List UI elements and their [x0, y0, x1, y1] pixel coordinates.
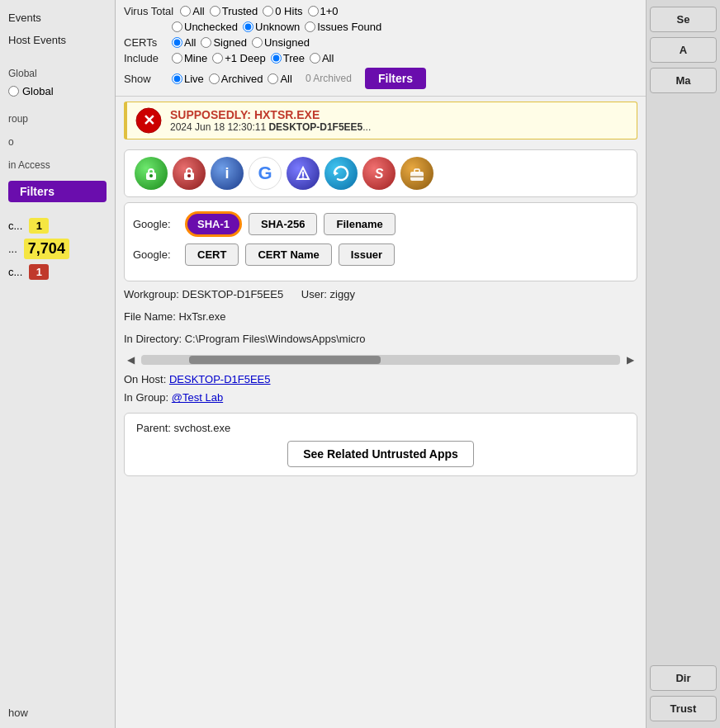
sidebar-count-row-1: c... 1: [0, 215, 115, 236]
sidebar: Events Host Events Global Global roup o …: [0, 0, 116, 728]
sidebar-item-host-events[interactable]: Host Events: [0, 29, 115, 51]
cert-button[interactable]: CERT: [185, 243, 239, 266]
show-filter-row: Show Live Archived All 0 Archived Filter…: [124, 68, 637, 89]
virustotal-icon[interactable]: [287, 157, 320, 190]
filename-value: HxTsr.exe: [178, 310, 225, 323]
certs-signed-option[interactable]: Signed: [201, 36, 246, 49]
filename-button[interactable]: Filename: [324, 213, 395, 235]
certs-label: CERTs: [124, 36, 165, 49]
scroll-track[interactable]: [141, 355, 620, 365]
vt-trusted-option[interactable]: Trusted: [210, 5, 258, 17]
google-search-icon[interactable]: G: [249, 157, 282, 190]
sidebar-section-global: Global: [0, 64, 115, 83]
parent-label: Parent:: [136, 422, 171, 434]
group-link[interactable]: @Test Lab: [172, 391, 223, 404]
vt-all-option[interactable]: All: [180, 5, 204, 17]
sidebar-section-o: o: [0, 133, 115, 151]
sidebar-count-row-3: c... 1: [0, 262, 115, 282]
svg-marker-12: [334, 171, 339, 176]
filename-label: File Name:: [124, 310, 176, 323]
virustotal-label: Virus Total: [124, 5, 173, 17]
include-all-option[interactable]: All: [310, 52, 334, 64]
show-live-option[interactable]: Live: [172, 73, 204, 85]
svg-rect-3: [149, 169, 154, 174]
right-btn-dir[interactable]: Dir: [650, 665, 717, 691]
tools-row: i G S: [124, 149, 637, 197]
vt-unchecked-option[interactable]: Unchecked: [172, 21, 238, 33]
svg-text:i: i: [225, 165, 229, 182]
show-label: Show: [124, 73, 165, 85]
right-panel: Se A Ma Dir Trust: [646, 0, 720, 728]
certs-options: All Signed Unsigned: [172, 36, 310, 49]
right-btn-a[interactable]: A: [650, 37, 717, 63]
google-hash-label: Google:: [133, 218, 178, 230]
global-radio[interactable]: [8, 86, 19, 97]
parent-value: svchost.exe: [174, 422, 231, 434]
filter-bar: Virus Total All Trusted 0 Hits 1+0 Unche…: [116, 0, 646, 97]
scroll-right-arrow[interactable]: ▶: [623, 352, 637, 367]
s-brand-icon[interactable]: S: [362, 157, 396, 190]
virustotal-options2: Unchecked Unknown Issues Found: [172, 21, 381, 33]
virustotal-options: All Trusted 0 Hits 1+0: [180, 5, 338, 17]
svg-text:✕: ✕: [143, 112, 155, 129]
svg-text:G: G: [258, 163, 272, 183]
global-label: Global: [22, 85, 54, 97]
show-options: Live Archived All: [172, 73, 292, 85]
certs-all-option[interactable]: All: [172, 36, 196, 49]
issuer-button[interactable]: Issuer: [339, 243, 395, 266]
count-badge-1: 1: [29, 218, 49, 234]
filename-section: File Name: HxTsr.exe: [124, 309, 637, 326]
count-badge-3: 1: [29, 264, 49, 280]
svg-point-6: [187, 174, 191, 177]
certs-unsigned-option[interactable]: Unsigned: [252, 36, 310, 49]
host-link[interactable]: DESKTOP-D1F5EE5: [169, 373, 271, 385]
virustotal-filter-row: Virus Total All Trusted 0 Hits 1+0: [124, 5, 637, 17]
show-all-option[interactable]: All: [268, 73, 291, 85]
user-label: User:: [301, 288, 327, 300]
sidebar-item-events[interactable]: Events: [0, 7, 115, 29]
sha256-button[interactable]: SHA-256: [249, 213, 317, 235]
sidebar-radio-global[interactable]: Global: [0, 83, 115, 100]
scroll-thumb: [189, 356, 381, 364]
include-tree-option[interactable]: Tree: [271, 52, 305, 64]
vt-0hits-option[interactable]: 0 Hits: [263, 5, 302, 17]
green-lock-icon[interactable]: [135, 157, 168, 190]
virustotal-filter-row2: Unchecked Unknown Issues Found: [124, 21, 637, 33]
alert-item[interactable]: ✕ SUPPOSEDLY: HXTSR.EXE 2024 Jun 18 12:3…: [124, 102, 637, 139]
workgroup-label: Workgroup:: [124, 288, 179, 300]
include-1deep-option[interactable]: +1 Deep: [212, 52, 266, 64]
hash-panel: Google: SHA-1 SHA-256 Filename Google: C…: [124, 202, 637, 281]
parent-text: Parent: svchost.exe: [136, 422, 625, 434]
refresh-icon[interactable]: [324, 157, 358, 190]
include-label: Include: [124, 52, 165, 64]
include-mine-option[interactable]: Mine: [172, 52, 207, 64]
host-info-section: On Host: DESKTOP-D1F5EE5 In Group: @Test…: [124, 371, 637, 407]
sha1-button[interactable]: SHA-1: [185, 211, 242, 237]
sidebar-section-access: in Access: [0, 156, 115, 174]
directory-value: C:\Program Files\WindowsApps\micro: [185, 333, 366, 345]
right-btn-trust[interactable]: Trust: [650, 696, 717, 721]
certs-filter-row: CERTs All Signed Unsigned: [124, 36, 637, 49]
archived-count: 0 Archived: [306, 73, 352, 84]
vt-1plus-option[interactable]: 1+0: [308, 5, 339, 17]
right-btn-ma[interactable]: Ma: [650, 68, 717, 93]
alert-subtitle: 2024 Jun 18 12:30:11 DESKTOP-D1F5EE5...: [170, 121, 371, 133]
sidebar-filters-button[interactable]: Filters: [8, 181, 107, 202]
see-related-button[interactable]: See Related Untrusted Apps: [287, 441, 474, 467]
horizontal-scrollbar[interactable]: ◀ ▶: [124, 352, 637, 367]
cert-name-button[interactable]: CERT Name: [245, 243, 331, 266]
scroll-left-arrow[interactable]: ◀: [124, 352, 138, 367]
right-btn-se[interactable]: Se: [650, 7, 717, 32]
alert-error-icon: ✕: [135, 107, 162, 134]
sidebar-show-label: how: [0, 704, 115, 721]
red-lock-icon[interactable]: [173, 157, 206, 190]
include-filter-row: Include Mine +1 Deep Tree All: [124, 52, 637, 64]
cert-hash-row: Google: CERT CERT Name Issuer: [133, 243, 628, 266]
show-archived-option[interactable]: Archived: [209, 73, 263, 85]
main-filters-button[interactable]: Filters: [365, 68, 426, 89]
info-icon[interactable]: i: [211, 157, 244, 190]
folio-icon[interactable]: [400, 157, 433, 190]
vt-issues-option[interactable]: Issues Found: [305, 21, 381, 33]
vt-unknown-option[interactable]: Unknown: [243, 21, 300, 33]
on-host-label: On Host:: [124, 373, 166, 385]
